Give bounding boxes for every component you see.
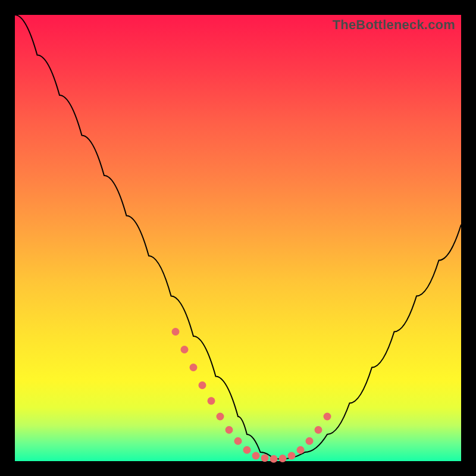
highlight-dot [190,364,198,371]
highlight-dot [315,426,322,434]
highlight-dot [279,455,287,462]
highlight-dot [208,397,215,405]
highlight-dot [172,328,180,336]
highlight-dot [226,426,233,434]
highlight-dots [172,328,331,463]
highlight-dot [306,437,314,445]
highlight-dot [243,446,251,454]
highlight-dot [217,413,224,421]
highlight-dot [261,454,269,462]
curve-svg [15,15,461,461]
highlight-dot [324,413,331,421]
highlight-dot [288,452,296,460]
chart-frame: TheBottleneck.com [0,0,476,476]
highlight-dot [252,452,260,460]
highlight-dot [199,381,206,389]
highlight-dot [270,455,278,463]
highlight-dot [297,446,305,454]
highlight-dot [234,437,242,445]
plot-area: TheBottleneck.com [15,15,461,461]
bottleneck-curve [15,15,461,459]
highlight-dot [181,346,189,353]
